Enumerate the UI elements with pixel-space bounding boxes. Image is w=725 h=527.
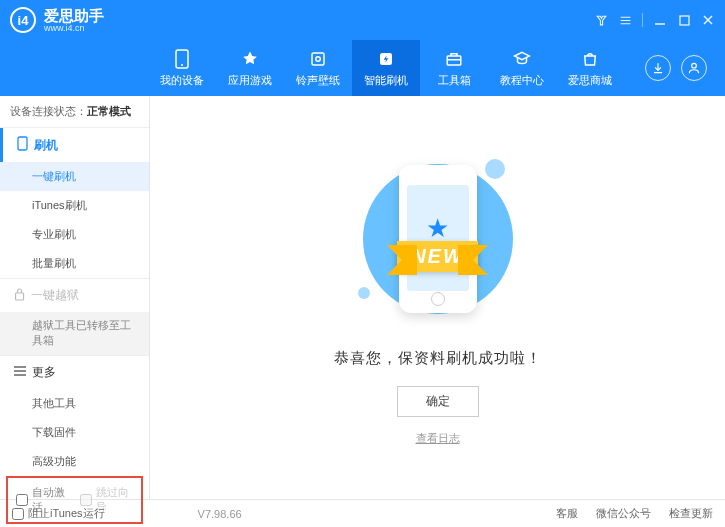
nav-label: 教程中心 [500,73,544,88]
nav-my-device[interactable]: 我的设备 [148,40,216,96]
maximize-icon[interactable] [677,13,691,27]
user-button[interactable] [681,55,707,81]
minimize-icon[interactable] [653,13,667,27]
sidebar-item-itunes[interactable]: iTunes刷机 [0,191,149,220]
sidebar-head-label: 一键越狱 [31,287,79,304]
svg-rect-0 [680,16,689,25]
block-itunes-checkbox[interactable]: 阻止iTunes运行 [12,506,105,521]
new-ribbon: NEW [397,241,478,272]
footer-link-wechat[interactable]: 微信公众号 [596,506,651,521]
sidebar-item-batch[interactable]: 批量刷机 [0,249,149,278]
version-label: V7.98.66 [198,508,242,520]
svg-point-2 [181,64,183,66]
svg-rect-8 [18,137,27,150]
ok-button[interactable]: 确定 [397,386,479,417]
app-name: 爱思助手 [44,8,104,23]
flash-icon [376,49,396,69]
nav-label: 工具箱 [438,73,471,88]
sidebar-item-download-fw[interactable]: 下载固件 [0,418,149,447]
sidebar-item-pro[interactable]: 专业刷机 [0,220,149,249]
ringtone-icon [308,49,328,69]
nav-label: 铃声壁纸 [296,73,340,88]
sidebar-head-label: 刷机 [34,137,58,154]
svg-point-7 [692,63,697,68]
download-button[interactable] [645,55,671,81]
nav-ringtone[interactable]: 铃声壁纸 [284,40,352,96]
sidebar-head-label: 更多 [32,364,56,381]
nav-label: 爱思商城 [568,73,612,88]
sidebar-head-more[interactable]: 更多 [0,356,149,389]
nav-apps[interactable]: 应用游戏 [216,40,284,96]
svg-point-4 [316,56,321,61]
nav-label: 智能刷机 [364,73,408,88]
success-illustration: ★ NEW [338,149,538,329]
sidebar-item-oneclick[interactable]: 一键刷机 [0,162,149,191]
toolbox-icon [444,49,464,69]
sidebar-item-advanced[interactable]: 高级功能 [0,447,149,476]
nav-label: 应用游戏 [228,73,272,88]
phone-icon [172,49,192,69]
app-url: www.i4.cn [44,23,104,33]
logo-icon: i4 [10,7,36,33]
sidebar-item-other-tools[interactable]: 其他工具 [0,389,149,418]
apps-icon [240,49,260,69]
close-icon[interactable] [701,13,715,27]
nav-tutorial[interactable]: 教程中心 [488,40,556,96]
svg-rect-3 [312,53,324,65]
sidebar-item-jailbreak-note[interactable]: 越狱工具已转移至工具箱 [0,312,149,355]
theme-icon[interactable] [594,13,608,27]
more-icon [14,365,26,379]
separator [642,13,643,27]
lock-icon [14,288,25,304]
svg-rect-9 [16,293,24,300]
footer-link-update[interactable]: 检查更新 [669,506,713,521]
success-message: 恭喜您，保资料刷机成功啦！ [334,349,542,368]
view-log-link[interactable]: 查看日志 [416,431,460,446]
nav-smart-flash[interactable]: 智能刷机 [352,40,420,96]
sidebar-head-jailbreak: 一键越狱 [0,279,149,312]
tutorial-icon [512,49,532,69]
nav-store[interactable]: 爱思商城 [556,40,624,96]
phone-icon [17,136,28,154]
store-icon [580,49,600,69]
nav-toolbox[interactable]: 工具箱 [420,40,488,96]
nav-label: 我的设备 [160,73,204,88]
sidebar-head-flash[interactable]: 刷机 [0,128,149,162]
app-logo: i4 爱思助手 www.i4.cn [10,7,104,33]
menu-icon[interactable] [618,13,632,27]
connection-status: 设备连接状态：正常模式 [0,96,149,127]
footer-link-support[interactable]: 客服 [556,506,578,521]
